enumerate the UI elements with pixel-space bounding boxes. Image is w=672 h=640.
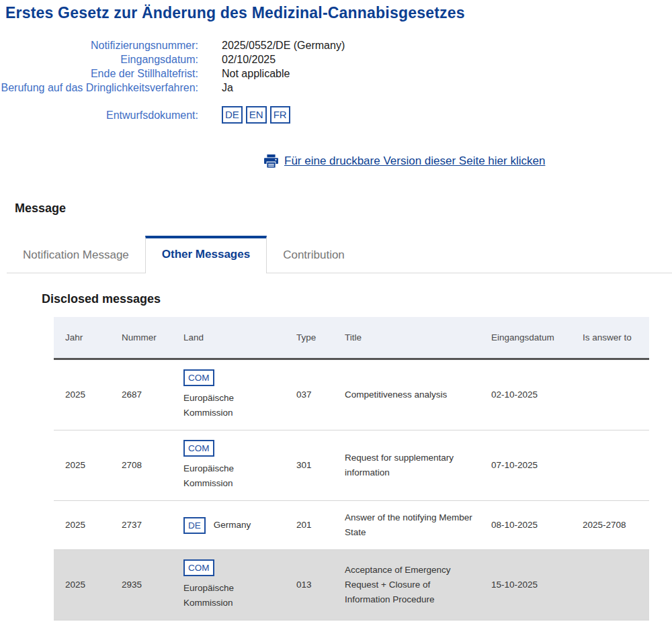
page-title: Erstes Gesetz zur Änderung des Medizinal… <box>5 4 672 22</box>
detail-row-notification-number: Notifizierungsnummer: 2025/0552/DE (Germ… <box>0 38 672 52</box>
cell-jahr: 2025 <box>54 501 110 550</box>
table-row: 2025 2687 COM Europäische Kommission 037… <box>54 359 649 430</box>
land-cell-content: DE Germany <box>183 517 278 534</box>
detail-value: 02/10/2025 <box>222 52 276 66</box>
cell-eingangsdatum: 07-10-2025 <box>480 430 571 501</box>
detail-row-draft-document: Entwurfsdokument: DE EN FR <box>0 106 672 124</box>
cell-is-answer-to: 2025-2708 <box>571 501 649 550</box>
draft-doc-de-button[interactable]: DE <box>222 106 243 124</box>
print-version-row: Für eine druckbare Version dieser Seite … <box>264 154 672 168</box>
tab-notification-message[interactable]: Notification Message <box>7 237 145 273</box>
country-name: Europäische Kommission <box>183 581 264 610</box>
detail-value: 2025/0552/DE (Germany) <box>222 38 345 52</box>
cell-land: COM Europäische Kommission <box>172 430 285 501</box>
table-row: 2025 2708 COM Europäische Kommission 301… <box>54 430 649 501</box>
cell-jahr: 2025 <box>54 430 110 501</box>
cell-type: 301 <box>285 430 333 501</box>
detail-label: Entwurfsdokument: <box>0 108 198 122</box>
detail-label: Eingangsdatum: <box>0 52 198 66</box>
column-header-jahr: Jahr <box>54 317 110 359</box>
table-header-row: Jahr Nummer Land Type Title Eingangsdatu… <box>54 317 649 359</box>
tab-contribution[interactable]: Contribution <box>267 237 361 273</box>
cell-title: Acceptance of Emergency Request + Closur… <box>333 550 480 621</box>
cell-nummer: 2935 <box>110 550 172 621</box>
cell-land: DE Germany <box>172 501 285 550</box>
cell-nummer: 2687 <box>110 359 172 430</box>
draft-doc-en-button[interactable]: EN <box>246 106 267 124</box>
country-name: Europäische Kommission <box>183 391 264 420</box>
column-header-eingangsdatum: Eingangsdatum <box>480 317 571 359</box>
column-header-land: Land <box>172 317 285 359</box>
cell-jahr: 2025 <box>54 550 110 621</box>
cell-type: 037 <box>285 359 333 430</box>
message-tabs: Notification Message Other Messages Cont… <box>7 236 672 273</box>
country-badge: COM <box>183 440 214 457</box>
disclosed-messages-heading: Disclosed messages <box>42 292 672 306</box>
printable-version-link[interactable]: Für eine druckbare Version dieser Seite … <box>284 154 545 168</box>
column-header-nummer: Nummer <box>110 317 172 359</box>
country-name: Germany <box>214 518 251 533</box>
cell-eingangsdatum: 08-10-2025 <box>480 501 571 550</box>
draft-doc-fr-button[interactable]: FR <box>270 106 290 124</box>
country-badge: COM <box>183 369 214 386</box>
cell-eingangsdatum: 15-10-2025 <box>480 550 571 621</box>
notification-details: Notifizierungsnummer: 2025/0552/DE (Germ… <box>0 38 672 124</box>
detail-label: Ende der Stillhaltefrist: <box>0 66 198 81</box>
tab-other-messages[interactable]: Other Messages <box>145 236 267 273</box>
disclosed-messages-table: Jahr Nummer Land Type Title Eingangsdatu… <box>54 317 649 621</box>
table-row: 2025 2935 COM Europäische Kommission 013… <box>54 550 649 621</box>
cell-eingangsdatum: 02-10-2025 <box>480 359 571 430</box>
detail-label: Notifizierungsnummer: <box>0 38 198 52</box>
land-cell-content: COM Europäische Kommission <box>183 559 278 610</box>
cell-is-answer-to <box>571 359 649 430</box>
detail-value: Not applicable <box>222 66 290 81</box>
printer-icon <box>264 154 278 168</box>
tris-notification-page: Erstes Gesetz zur Änderung des Medizinal… <box>0 4 672 621</box>
cell-type: 013 <box>285 550 333 621</box>
land-cell-content: COM Europäische Kommission <box>183 440 278 491</box>
country-badge: COM <box>183 559 214 576</box>
cell-title: Request for supplementary information <box>333 430 480 501</box>
detail-value: Ja <box>222 81 233 95</box>
cell-is-answer-to <box>571 430 649 501</box>
country-name: Europäische Kommission <box>183 461 264 491</box>
cell-type: 201 <box>285 501 333 550</box>
column-header-title: Title <box>333 317 480 359</box>
detail-row-urgency-procedure: Berufung auf das Dringlichkeitsverfahren… <box>0 81 672 95</box>
cell-title: Answer of the notifying Member State <box>333 501 480 550</box>
cell-nummer: 2737 <box>110 501 172 550</box>
column-header-is-answer-to: Is answer to <box>571 317 649 359</box>
detail-row-date-received: Eingangsdatum: 02/10/2025 <box>0 52 672 66</box>
cell-is-answer-to <box>571 550 649 621</box>
cell-nummer: 2708 <box>110 430 172 501</box>
draft-document-languages: DE EN FR <box>222 106 290 124</box>
column-header-type: Type <box>285 317 333 359</box>
message-section-heading: Message <box>15 201 672 216</box>
land-cell-content: COM Europäische Kommission <box>183 369 278 420</box>
detail-label: Berufung auf das Dringlichkeitsverfahren… <box>0 81 198 95</box>
cell-title: Competitiveness analysis <box>333 359 480 430</box>
country-badge: DE <box>183 517 206 534</box>
cell-land: COM Europäische Kommission <box>172 550 285 621</box>
cell-land: COM Europäische Kommission <box>172 359 285 430</box>
table-row: 2025 2737 DE Germany 201 Answer of the n… <box>54 501 649 550</box>
detail-row-end-standstill: Ende der Stillhaltefrist: Not applicable <box>0 66 672 81</box>
cell-jahr: 2025 <box>54 359 110 430</box>
